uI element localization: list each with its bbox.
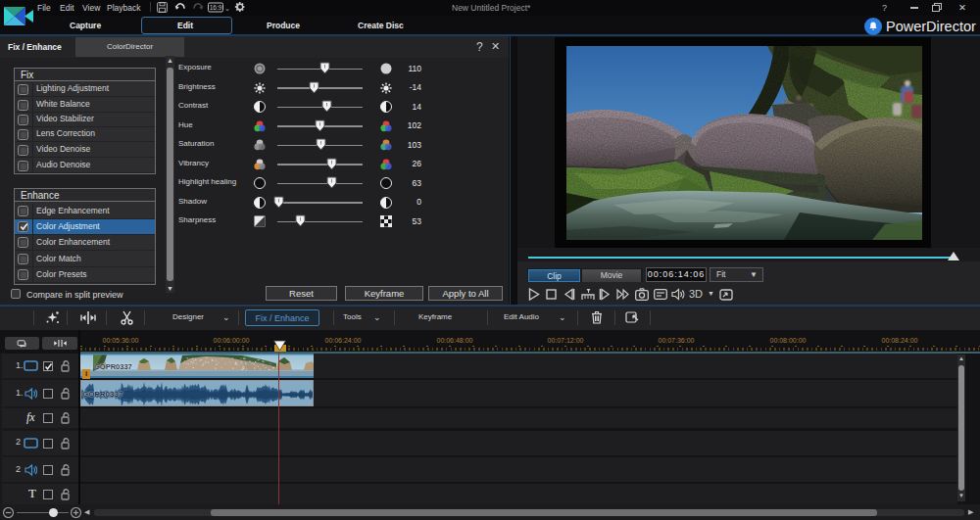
svg-text:16:9: 16:9: [210, 4, 222, 11]
